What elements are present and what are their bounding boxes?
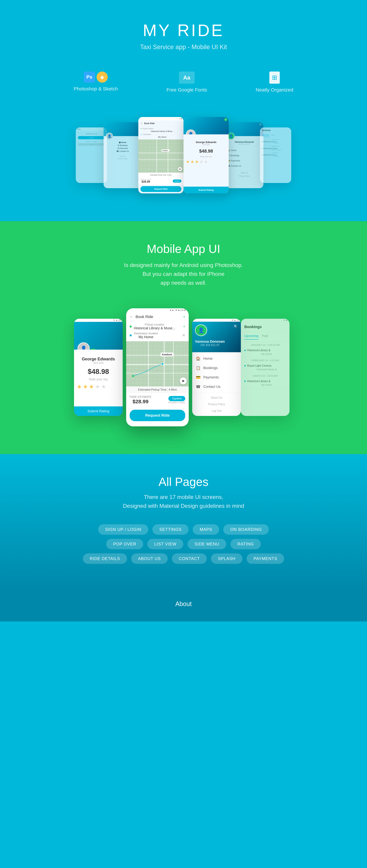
star-1[interactable]: ★ bbox=[77, 383, 82, 390]
search-button[interactable]: 🔍 bbox=[234, 324, 238, 329]
screen-preview-6: Bookings Upcoming Past JANUARY 13 Histor… bbox=[260, 127, 291, 183]
pickup-time-bar: Estimated Pickup Time : 4 Mins bbox=[126, 386, 189, 393]
menu-about-link[interactable]: About Us bbox=[192, 395, 241, 401]
contact-icon: ☎ bbox=[196, 384, 200, 389]
star-5[interactable]: ★ bbox=[101, 383, 106, 390]
payments-icon: 💳 bbox=[196, 375, 200, 380]
neatly-organized-label: Neatly Organized bbox=[256, 87, 293, 93]
kowloon-label: Kowloon bbox=[161, 352, 174, 356]
tag-about-us: ABOUT US bbox=[131, 553, 168, 564]
about-section: About bbox=[0, 590, 367, 621]
map-road-3 bbox=[126, 373, 189, 374]
promo-code-label: PROMO CODE bbox=[168, 401, 185, 404]
star-2[interactable]: ★ bbox=[83, 383, 88, 390]
mobile-app-title: Mobile App UI bbox=[0, 242, 367, 255]
bookings-tabs: Upcoming Past bbox=[241, 332, 289, 342]
locations-panel: Pickup Location Historical Library & Mus… bbox=[126, 321, 189, 341]
tag-splash: SPLASH bbox=[211, 553, 243, 564]
destination-row: Destination location My Home ✕ bbox=[130, 332, 185, 339]
menu-contact-label: Contact Us bbox=[203, 385, 221, 389]
pages-subtitle-line1: There are 17 mobile UI screens, bbox=[144, 494, 223, 500]
map-road-6 bbox=[173, 341, 174, 386]
hero-subtitle: Taxi Service app - Mobile UI Kit bbox=[0, 43, 367, 51]
booking-date-mar: MARCH 20 · 10:00 AM bbox=[241, 373, 289, 378]
body-line2: But you can adapt this for iPhone bbox=[142, 271, 224, 277]
status-bar-time: ▼ ◈ 13:30 bbox=[175, 309, 186, 311]
body-line1: Is designed mainly for Android using Pho… bbox=[124, 262, 243, 268]
tab-upcoming[interactable]: Upcoming bbox=[244, 334, 258, 340]
pickup-add-icon[interactable]: + bbox=[183, 324, 185, 329]
bookings-icon: 📋 bbox=[196, 366, 200, 370]
navigate-button[interactable]: ➤ bbox=[180, 377, 187, 384]
screen-preview-1: 9:41 user@email.com Log in Welcome to My… bbox=[76, 127, 107, 183]
pickup-dot bbox=[130, 326, 132, 328]
back-button[interactable]: ← bbox=[130, 315, 134, 319]
features-row: Ps ◆ Photoshop & Sketch Aa Free Google F… bbox=[0, 71, 367, 93]
map-road-1 bbox=[126, 355, 189, 356]
destination-clear-icon[interactable]: ✕ bbox=[182, 333, 185, 338]
mobile-app-body: Is designed mainly for Android using Pho… bbox=[0, 261, 367, 287]
tag-settings: SETTINGS bbox=[152, 524, 189, 535]
bookings-title: Bookings bbox=[244, 324, 262, 329]
menu-logout-link[interactable]: Log Out bbox=[192, 408, 241, 414]
menu-privacy-link[interactable]: Privacy Policy bbox=[192, 401, 241, 408]
submit-rating-button[interactable]: Submit Rating bbox=[74, 406, 123, 416]
screen-preview-2: 👤 ▣ Home ⊟ Bookings ⊟ Payments ☎ Contact… bbox=[104, 122, 142, 188]
fare-estimate-label: FARE ESTIMATE bbox=[130, 396, 151, 399]
map-road-4 bbox=[148, 341, 149, 386]
menu-home-label: Home bbox=[203, 356, 213, 361]
tag-list-view: LIST VIEW bbox=[147, 539, 183, 549]
map-road-5 bbox=[164, 341, 165, 386]
menu-bookings-label: Bookings bbox=[203, 366, 218, 370]
feature-icon-layers: ⊞ bbox=[256, 71, 293, 84]
request-ride-button[interactable]: Request Ride bbox=[130, 410, 185, 421]
tags-row-3: RIDE DETAILS ABOUT US CONTACT SPLASH PAY… bbox=[83, 553, 284, 564]
menu-item-payments[interactable]: 💳 Payments bbox=[192, 373, 241, 382]
booking-date-jan: JANUARY 13 · 1:35:34 PM bbox=[241, 342, 289, 347]
pickup-row: Pickup Location Historical Library & Mus… bbox=[130, 323, 185, 330]
tag-maps: MAPS bbox=[193, 524, 219, 535]
menu-item-contact[interactable]: ☎ Contact Us bbox=[192, 382, 241, 392]
tags-row-2: POP OVER LIST VIEW SIDE MENU RATING bbox=[106, 539, 261, 549]
book-ride-mockup: ▼ ◈ ▼ ◈ 13:30 ← Book Ride + Pickup Locat… bbox=[126, 308, 189, 426]
pickup-time-text: Estimated Pickup Time : 4 Mins bbox=[138, 388, 177, 391]
screens-preview-row: 9:41 user@email.com Log in Welcome to My… bbox=[0, 110, 367, 207]
bookings-list: JANUARY 13 · 1:35:34 PM Historical Libra… bbox=[241, 342, 289, 416]
stars-container: ★ ★ ★ ★ ★ bbox=[74, 382, 123, 391]
booking-date-feb: FEBRUARY 14 · 4:22 AM bbox=[241, 357, 289, 363]
tab-past[interactable]: Past bbox=[262, 334, 268, 340]
hero-title: MY RIDE bbox=[0, 21, 367, 40]
main-mockup-row: ▼◈⬜ 👤 4.8 George Edwards 413-183 $48.98 … bbox=[0, 301, 367, 440]
feature-icon-ps-sk: Ps ◆ bbox=[74, 71, 118, 83]
photoshop-sketch-label: Photoshop & Sketch bbox=[74, 86, 118, 92]
star-4[interactable]: ★ bbox=[95, 383, 100, 390]
tag-payments: PAYMENTS bbox=[247, 553, 284, 564]
all-pages-section: All Pages There are 17 mobile UI screens… bbox=[0, 454, 367, 590]
map-road-2 bbox=[126, 364, 189, 365]
pages-subtitle-line2: Designed with Material Design guidelines… bbox=[123, 503, 244, 509]
tag-contact: CONTACT bbox=[172, 553, 207, 564]
layers-icon: ⊞ bbox=[269, 71, 280, 84]
photoshop-icon: Ps bbox=[84, 71, 95, 83]
booking-entry-1[interactable]: Historical Library & My Home bbox=[241, 347, 289, 357]
body-line3: app needs as well. bbox=[160, 280, 206, 286]
pickup-label: Pickup Location bbox=[134, 323, 175, 326]
booking-entry-2[interactable]: Royal Light Cinema Historical Library & bbox=[241, 363, 289, 373]
promo-applied-badge: Applied bbox=[168, 396, 185, 401]
bookings-header: Bookings bbox=[241, 322, 289, 332]
tag-pop-over: POP OVER bbox=[106, 539, 143, 549]
menu-item-bookings[interactable]: 📋 Bookings bbox=[192, 363, 241, 373]
book-ride-title: Book Ride bbox=[136, 315, 153, 319]
star-3[interactable]: ★ bbox=[89, 383, 94, 390]
driver-price: $48.98 bbox=[74, 366, 123, 377]
all-pages-title: All Pages bbox=[0, 475, 367, 489]
driver-name: George Edwards bbox=[78, 356, 119, 362]
tag-signup-login: SIGN UP / LOGIN bbox=[98, 524, 148, 535]
feature-photoshop-sketch: Ps ◆ Photoshop & Sketch bbox=[74, 71, 118, 93]
booking-entry-3[interactable]: Historical Library & My Home bbox=[241, 378, 289, 388]
map-area: Kowloon ➤ bbox=[126, 341, 189, 386]
tags-grid: SIGN UP / LOGIN SETTINGS MAPS ON BOARDIN… bbox=[0, 524, 367, 564]
driver-id: 413-183 bbox=[78, 362, 119, 365]
destination-dot bbox=[130, 334, 132, 336]
menu-item-home[interactable]: 🏠 Home bbox=[192, 354, 241, 363]
